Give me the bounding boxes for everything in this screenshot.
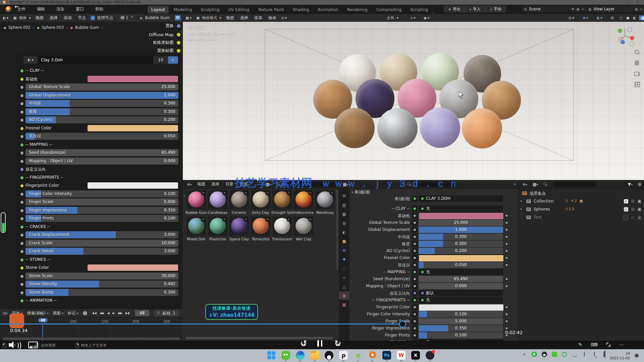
breadcrumb-item[interactable]: ◆ Bubble Gum› <box>70 25 103 30</box>
properties-tab[interactable]: ∞ <box>339 274 350 282</box>
value-slider[interactable]: Finger Impressions 0.350 <box>25 207 178 214</box>
pin-icon[interactable]: ⚑ <box>571 7 574 11</box>
asset-horizontal-scrollbar[interactable] <box>185 337 333 339</box>
asset-thumbnail[interactable]: ✎ <box>294 190 313 209</box>
keyframe-dot-icon[interactable] <box>506 250 507 252</box>
record-button[interactable] <box>83 311 87 315</box>
editor-type-icon[interactable]: ≡▾ <box>522 182 527 187</box>
gizmo-toggle[interactable]: ⊕▾ <box>583 16 588 20</box>
scene-selector[interactable]: ◍ Scene ⚑ ▣ ✕ <box>522 6 586 12</box>
asset-item[interactable]: ✎ Candlewax <box>207 190 228 215</box>
menu-item[interactable]: 视图 <box>197 181 205 187</box>
keyframe-dot-icon[interactable] <box>506 285 507 287</box>
xray-toggle[interactable]: ⊞ <box>611 16 614 20</box>
keyframe-dot-icon[interactable] <box>506 215 507 217</box>
param-row[interactable]: -- MAPPING -- <box>17 141 179 148</box>
render-camera-icon[interactable]: ▣ <box>638 207 641 212</box>
asset-item[interactable]: ✎ Terracotta <box>250 217 271 241</box>
export-button[interactable]: ➤导出 <box>444 6 465 12</box>
properties-tab[interactable]: ◐ <box>339 228 350 236</box>
property-row[interactable]: Seed (Randomize) 65.490 <box>351 276 511 282</box>
workspace-tab[interactable]: UV Editing <box>224 6 253 13</box>
render-camera-icon[interactable]: ▣ <box>638 215 641 220</box>
overlays-toggle[interactable]: ◐▾ <box>597 16 602 20</box>
property-row[interactable]: 自定义法向 默认 <box>351 290 511 296</box>
include-checkbox[interactable]: ✓ <box>624 207 628 212</box>
keyframe-dot-icon[interactable] <box>506 320 507 322</box>
asset-thumbnail[interactable]: ✎ <box>251 190 270 209</box>
shading-material-button[interactable]: ◐ <box>633 16 636 20</box>
taskbar-app-icon[interactable] <box>426 351 434 360</box>
keyboard-icon[interactable]: ⌨ <box>591 342 598 347</box>
view-layer-selector[interactable]: ▦ View Layer ▣ ✕ <box>586 6 644 12</box>
workspace-tab[interactable]: Scripting <box>407 6 432 13</box>
param-row[interactable]: Crack Scale 10.000 <box>17 240 179 247</box>
value-slider[interactable]: 65.490 <box>419 276 503 282</box>
keyframe-dot-icon[interactable] <box>506 229 507 231</box>
param-row[interactable]: -- CLAY -- <box>17 67 179 74</box>
menu-item[interactable]: 选择 <box>50 15 58 21</box>
value-slider[interactable]: Global Displacement 1.000 <box>25 92 178 99</box>
outliner[interactable]: ≡▾ ▦▾ ▼▾ ⊞ 场景集合 ▸ Collection ▽ ☀2 ▣ ✓ ⊙ … <box>518 180 644 341</box>
panel-expand-icon[interactable]: › <box>183 193 185 198</box>
value-field[interactable]: 无 <box>419 297 503 303</box>
proportional-edit-icon[interactable]: ◉▾ <box>424 16 429 20</box>
menu-item[interactable]: 视图 <box>36 15 44 21</box>
rewind-10-button[interactable]: ↺10 <box>298 339 309 348</box>
outliner-row[interactable]: Text ⊙ ▣ <box>518 214 644 222</box>
value-field[interactable]: CLAY 3.DOH <box>419 195 503 202</box>
asset-vertical-scrollbar[interactable] <box>336 190 338 270</box>
property-row[interactable]: 表(曲)面 CLAY 3.DOH <box>351 195 511 202</box>
asset-item[interactable]: ✎ Mixed Doh <box>185 217 207 241</box>
visibility-dropdown[interactable]: ◎▾ <box>569 16 574 20</box>
manual-button[interactable]: ↓手动 <box>485 6 506 12</box>
breadcrumb-item[interactable]: ◆ Sphere.002› <box>3 25 34 30</box>
menu-item[interactable]: 视图 <box>226 15 234 21</box>
filter-dropdown-icon[interactable]: ▾ <box>514 182 516 186</box>
workspace-tab[interactable]: Modeling <box>170 6 196 13</box>
timeline[interactable]: ◷▾ 回放 ▾抠像(插帧) ▾视图 ▾标记 ▾ ▮◀◀◆◀▶◆▶▶▮ 48 ◷ … <box>0 309 183 341</box>
outliner-search-input[interactable] <box>553 182 596 187</box>
property-row[interactable]: Mapping : Object | UV 0.000 <box>351 283 511 289</box>
value-slider[interactable]: 0.050 <box>419 262 503 268</box>
param-row[interactable]: Finger Scale 5.000 <box>17 198 179 205</box>
value-field[interactable]: 默认 <box>419 290 503 296</box>
editor-type-icon[interactable]: ◐▾ <box>3 16 8 20</box>
param-row[interactable]: -- STONES -- <box>17 256 179 263</box>
shader-editor[interactable]: ◆ Sphere.002› ◆ Sphere.003› ◆ Bubble Gum… <box>0 22 183 309</box>
more-options-icon[interactable]: ⋯ <box>619 342 624 347</box>
param-row[interactable]: Fresnel Color <box>17 125 179 132</box>
tray-expand-icon[interactable]: ∧ <box>522 352 527 357</box>
value-slider[interactable]: Finger Color Intensity 0.100 <box>25 190 178 197</box>
param-row[interactable]: -- FINGERPRINTS -- <box>17 174 179 181</box>
material-selector[interactable]: ◐ Bubble Gum <box>140 15 170 20</box>
taskbar-app-icon[interactable]: e <box>354 351 362 360</box>
color-swatch[interactable] <box>87 75 178 82</box>
node-socket[interactable]: Diffuse Map <box>149 32 181 37</box>
color-swatch[interactable] <box>87 125 178 132</box>
visibility-eye-icon[interactable]: ⊙ <box>631 199 635 203</box>
material-name-field[interactable]: Clay 3.Doh <box>38 56 153 64</box>
asset-thumbnail[interactable]: ✎ <box>208 217 227 236</box>
outliner-row[interactable]: ▸ Spheres ▽13 ✓ ⊙ ▣ <box>518 205 644 214</box>
volume-slider[interactable] <box>1 212 6 233</box>
value-slider[interactable]: 0.000 <box>419 283 503 289</box>
transport-button[interactable]: ▶▮ <box>124 311 130 315</box>
keyframe-dot-icon[interactable] <box>506 222 507 224</box>
taskbar-clock[interactable]: 14 2023-11-02 <box>609 351 630 360</box>
menu-item[interactable]: 物体 <box>268 15 276 21</box>
taskbar-app-icon[interactable] <box>368 351 377 360</box>
editor-type-icon[interactable]: ≡▾ <box>187 182 192 187</box>
viewport-3d[interactable]: 用户正交(48) 场景集合 | Sphere.002Rendering Done <box>183 22 644 180</box>
clay-sphere[interactable] <box>420 108 460 148</box>
property-row[interactable]: -- CLAY -- 无 <box>351 205 511 212</box>
asset-item[interactable]: ✎ Plasticine <box>207 217 228 241</box>
property-row[interactable]: 菲涅尔 0.050 <box>351 262 511 268</box>
tray-speaker-icon[interactable] <box>602 352 607 357</box>
close-icon[interactable]: ✕ <box>640 7 643 11</box>
include-checkbox[interactable]: ✓ <box>624 199 628 203</box>
workspace-tab[interactable]: Rendering <box>343 6 371 13</box>
pause-button[interactable] <box>317 340 322 347</box>
asset-thumbnail[interactable]: ✎ <box>251 217 270 236</box>
timeline-scrollbar[interactable] <box>3 338 180 340</box>
